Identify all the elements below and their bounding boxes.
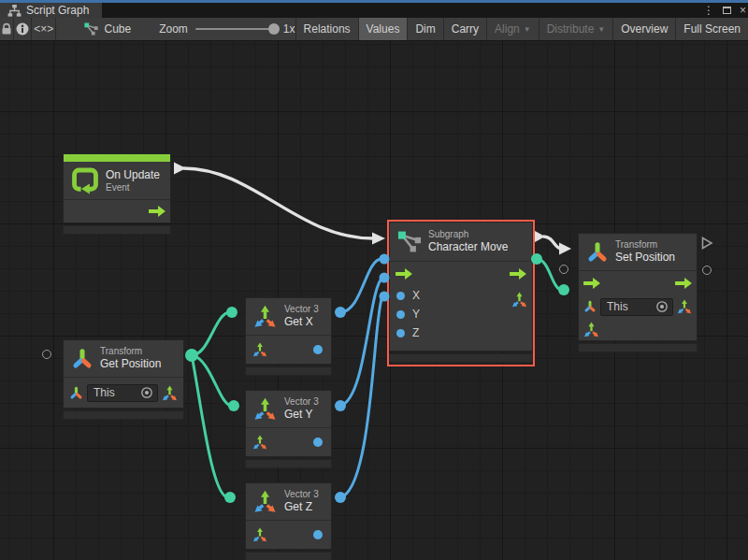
node-title: Get Position (100, 357, 161, 371)
node-get-x[interactable]: Vector 3 Get X (245, 297, 332, 376)
zoom-slider-handle[interactable] (268, 23, 280, 35)
chevron-down-icon: ▼ (597, 25, 605, 34)
target-object-field[interactable]: This (600, 298, 673, 316)
node-footer (63, 410, 184, 420)
zoom-value: 1x (283, 22, 295, 36)
port-label: X (412, 289, 420, 302)
node-footer (245, 366, 332, 376)
vector3-input-port[interactable] (252, 435, 267, 450)
chevron-down-icon: ▼ (524, 25, 531, 34)
tab-script-graph[interactable]: Script Graph (0, 3, 102, 18)
window-menu-icon[interactable]: ⋮ (703, 4, 714, 17)
wire-endpoint[interactable] (335, 492, 346, 503)
carry-button[interactable]: Carry (444, 18, 487, 40)
target-object-field[interactable]: This (87, 384, 158, 402)
value-input-port[interactable] (396, 310, 405, 319)
node-character-move[interactable]: Subgraph Character Move X Y (389, 222, 533, 363)
wire-getx-to-charactermove[interactable] (340, 259, 381, 312)
wire-endpoint[interactable] (228, 400, 239, 411)
wire-gety-to-charactermove[interactable] (340, 278, 382, 406)
vector3-input-port[interactable] (583, 322, 599, 337)
event-accent-bar (64, 154, 170, 162)
maximize-icon[interactable] (723, 7, 731, 14)
node-get-z[interactable]: Vector 3 Get Z (245, 482, 332, 560)
tab-strip: Script Graph ⋮ × (0, 3, 748, 18)
wire-endpoint[interactable] (224, 492, 236, 503)
wire-arrowhead[interactable] (559, 243, 571, 255)
vector3-input-port[interactable] (252, 342, 267, 357)
on-update-loop-icon (71, 166, 99, 194)
wire-getposition-to-gety[interactable] (192, 355, 232, 406)
wire-getposition-to-getx[interactable] (192, 312, 230, 355)
node-category: Vector 3 (284, 396, 319, 408)
flow-in-port[interactable] (396, 268, 412, 280)
unconnected-flow-triangle[interactable] (701, 237, 713, 250)
object-picker-icon[interactable] (655, 300, 669, 313)
flow-out-port[interactable] (149, 206, 165, 217)
value-input-port[interactable] (396, 292, 405, 300)
port-label: Y (412, 308, 420, 321)
close-icon[interactable]: × (740, 4, 746, 17)
node-title: Set Position (615, 251, 675, 265)
dim-button[interactable]: Dim (408, 18, 443, 40)
flow-out-port[interactable] (510, 268, 526, 280)
values-button[interactable]: Values (359, 18, 409, 40)
wire-endpoint[interactable] (335, 307, 346, 318)
flow-in-port[interactable] (583, 278, 600, 289)
flow-out-port[interactable] (675, 278, 692, 289)
value-output-port[interactable] (313, 345, 323, 354)
lock-button[interactable] (0, 18, 14, 40)
wire-start-triangle[interactable] (174, 163, 186, 175)
wire-endpoint[interactable] (335, 400, 346, 411)
toolbar: <×> Cube Zoom 1x Relations Values Dim Ca… (0, 18, 748, 41)
value-output-port[interactable] (313, 530, 323, 539)
code-view-button[interactable]: <×> (32, 18, 56, 40)
zoom-slider[interactable] (195, 28, 276, 30)
node-on-update[interactable]: On Update Event (63, 153, 171, 235)
unconnected-output-circle[interactable] (702, 266, 712, 275)
node-get-y[interactable]: Vector 3 Get Y (245, 390, 332, 468)
transform-input-port[interactable] (69, 386, 83, 400)
node-title: Get X (284, 315, 319, 329)
node-title: Get Z (284, 500, 319, 514)
wire-getz-to-charactermove[interactable] (340, 296, 382, 497)
value-output-port[interactable] (313, 438, 323, 447)
transform-input-port[interactable] (583, 300, 597, 313)
node-footer (245, 552, 332, 560)
vector3-output-port[interactable] (677, 299, 692, 314)
zoom-label: Zoom (159, 22, 188, 36)
wire-flow-onupdate-to-charactermove[interactable] (183, 168, 373, 238)
graph-canvas[interactable]: On Update Event Transform Get Position (0, 41, 748, 560)
node-category: Transform (100, 346, 161, 357)
info-button[interactable] (14, 18, 32, 40)
node-footer (389, 353, 533, 363)
vector3-output-port[interactable] (511, 292, 527, 308)
node-get-position[interactable]: Transform Get Position This (63, 339, 184, 420)
overview-button[interactable]: Overview (613, 18, 676, 40)
wire-arrowhead[interactable] (372, 233, 385, 245)
wire-endpoint[interactable] (226, 307, 237, 318)
unconnected-input-circle[interactable] (559, 265, 568, 274)
value-input-port[interactable] (396, 329, 405, 337)
unconnected-input-circle[interactable] (42, 350, 51, 359)
vector3-output-port[interactable] (162, 385, 178, 401)
wire-charactermove-to-setposition-value[interactable] (537, 259, 562, 290)
subgraph-icon (397, 231, 422, 252)
distribute-dropdown[interactable]: Distribute ▼ (539, 18, 614, 40)
node-category: Vector 3 (284, 489, 319, 500)
node-category: Event (106, 182, 160, 194)
wire-flow-charactermove-to-setposition[interactable] (543, 237, 561, 249)
align-dropdown[interactable]: Align ▼ (487, 18, 539, 40)
graph-breadcrumb[interactable]: Cube (84, 18, 131, 40)
node-set-position[interactable]: Transform Set Position This (578, 233, 698, 352)
full-screen-button[interactable]: Full Screen (676, 18, 748, 40)
vector3-icon (253, 490, 277, 513)
transform-icon (71, 348, 94, 370)
vector3-input-port[interactable] (252, 527, 267, 542)
wire-start-triangle[interactable] (535, 231, 545, 242)
wire-endpoint[interactable] (558, 284, 569, 295)
relations-button[interactable]: Relations (296, 18, 359, 40)
object-picker-icon[interactable] (140, 386, 153, 399)
wire-getposition-to-getz[interactable] (192, 355, 228, 497)
wire-endpoint[interactable] (185, 349, 198, 362)
